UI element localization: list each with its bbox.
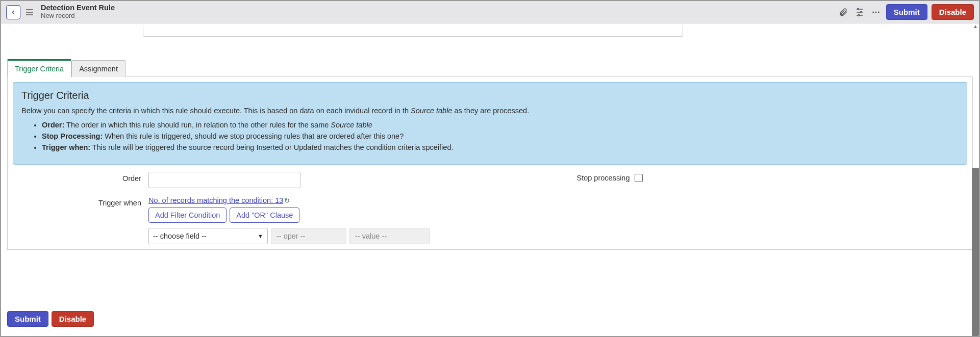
info-intro-post: as they are processed. bbox=[452, 107, 529, 115]
matching-records-link[interactable]: No. of records matching the condition: 1… bbox=[148, 196, 283, 204]
info-bullet-stop-text: When this rule is triggered, should we s… bbox=[103, 132, 404, 140]
info-bullet-stop-label: Stop Processing: bbox=[42, 132, 103, 140]
scrollbar[interactable] bbox=[972, 168, 979, 336]
tab-list: Trigger Criteria Assignment bbox=[7, 59, 973, 77]
svg-point-9 bbox=[872, 11, 874, 13]
page-subtitle: New record bbox=[41, 12, 115, 19]
page-header: Detection Event Rule New record Submit D… bbox=[1, 1, 979, 23]
info-bullet-stop: Stop Processing: When this rule is trigg… bbox=[42, 131, 959, 142]
paperclip-icon bbox=[839, 8, 848, 17]
hamburger-icon bbox=[26, 9, 34, 16]
trigger-when-label: Trigger when bbox=[13, 196, 148, 207]
sliders-icon bbox=[855, 8, 864, 17]
info-bullet-trigger-label: Trigger when: bbox=[42, 143, 90, 151]
info-bullet-order-text: The order in which this rule should run,… bbox=[64, 121, 331, 129]
add-or-clause-button[interactable]: Add "OR" Clause bbox=[230, 208, 299, 223]
back-button[interactable] bbox=[6, 5, 20, 19]
refresh-icon[interactable]: ↻ bbox=[284, 197, 290, 204]
info-bullet-order-em: Source table bbox=[331, 121, 372, 129]
chevron-down-icon: ▼ bbox=[258, 233, 263, 239]
ellipsis-icon bbox=[871, 8, 881, 17]
choose-field-text: -- choose field -- bbox=[153, 232, 207, 240]
info-bullet-list: Order: The order in which this rule shou… bbox=[21, 120, 959, 153]
tab-trigger-criteria[interactable]: Trigger Criteria bbox=[7, 59, 71, 77]
info-intro: Below you can specify the criteria in wh… bbox=[21, 107, 959, 115]
choose-field-select[interactable]: -- choose field -- ▼ bbox=[148, 228, 268, 244]
submit-button-footer[interactable]: Submit bbox=[7, 311, 48, 327]
stop-processing-checkbox[interactable] bbox=[635, 174, 643, 182]
settings-icon[interactable] bbox=[853, 6, 866, 18]
svg-point-8 bbox=[858, 14, 860, 16]
footer-buttons: Submit Disable bbox=[7, 311, 94, 327]
stop-processing-row: Stop processing bbox=[490, 172, 968, 182]
info-intro-pre: Below you can specify the criteria in wh… bbox=[21, 107, 411, 115]
info-bullet-order: Order: The order in which this rule shou… bbox=[42, 120, 959, 131]
operator-field[interactable]: -- oper -- bbox=[271, 228, 346, 244]
value-field[interactable]: -- value -- bbox=[349, 228, 430, 244]
info-bullet-trigger: Trigger when: This rule will be triggere… bbox=[42, 142, 959, 153]
info-intro-em: Source table bbox=[411, 107, 452, 115]
info-heading: Trigger Criteria bbox=[21, 90, 959, 101]
svg-point-6 bbox=[857, 8, 859, 10]
trigger-when-row: Trigger when No. of records matching the… bbox=[13, 196, 490, 244]
order-input[interactable] bbox=[148, 172, 300, 188]
previous-field-fragment bbox=[143, 25, 683, 37]
svg-point-7 bbox=[860, 11, 862, 13]
title-block: Detection Event Rule New record bbox=[41, 4, 115, 19]
order-label: Order bbox=[13, 172, 148, 183]
menu-icon[interactable] bbox=[24, 9, 35, 16]
condition-row: -- choose field -- ▼ -- oper -- -- value… bbox=[148, 228, 490, 244]
content-area: ▲ Trigger Criteria Assignment Trigger Cr… bbox=[1, 23, 979, 336]
scroll-up-indicator[interactable]: ▲ bbox=[973, 23, 978, 30]
info-box: Trigger Criteria Below you can specify t… bbox=[13, 82, 967, 165]
svg-point-11 bbox=[878, 11, 880, 13]
disable-button-footer[interactable]: Disable bbox=[52, 311, 94, 327]
submit-button[interactable]: Submit bbox=[886, 4, 927, 20]
attachment-icon[interactable] bbox=[837, 6, 849, 18]
stop-processing-label: Stop processing bbox=[577, 174, 630, 182]
disable-button[interactable]: Disable bbox=[932, 4, 974, 20]
page-title: Detection Event Rule bbox=[41, 4, 115, 12]
tab-assignment[interactable]: Assignment bbox=[71, 60, 125, 77]
more-actions-icon[interactable] bbox=[870, 6, 882, 18]
info-bullet-order-label: Order: bbox=[42, 121, 64, 129]
order-row: Order bbox=[13, 172, 490, 188]
tab-panel-trigger: Trigger Criteria Below you can specify t… bbox=[7, 76, 973, 250]
add-filter-condition-button[interactable]: Add Filter Condition bbox=[148, 208, 227, 223]
svg-point-10 bbox=[875, 11, 876, 13]
chevron-left-icon bbox=[10, 9, 16, 15]
info-bullet-trigger-text: This rule will be triggered the source r… bbox=[90, 143, 453, 151]
